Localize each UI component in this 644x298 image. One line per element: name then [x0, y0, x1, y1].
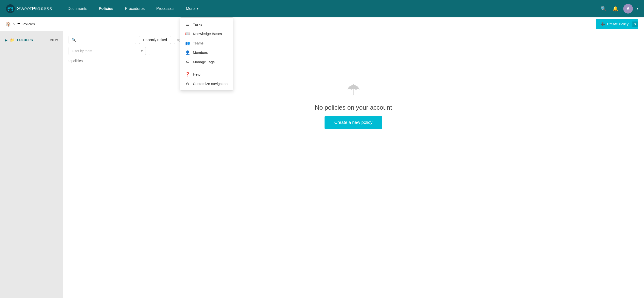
view-label[interactable]: VIEW [50, 38, 58, 42]
main-layout: ▶ 📁 FOLDERS VIEW 🔍 Recently Edited ag...… [0, 31, 644, 298]
logo[interactable]: SweetProcess [6, 4, 54, 13]
content-area: 🔍 Recently Edited ag... ▾ Filter by team… [63, 31, 644, 298]
nav-right: 🔍 🔔 A ▾ [600, 4, 638, 14]
logo-icon [6, 4, 15, 13]
folder-icon: 📁 [10, 38, 15, 42]
team-filter-dropdown[interactable]: Filter by team... ▾ [68, 47, 146, 55]
notifications-icon[interactable]: 🔔 [612, 5, 619, 12]
search-box[interactable]: 🔍 [68, 36, 136, 44]
breadcrumb: 🏠 > ☂ Policies [6, 22, 35, 27]
logo-text: SweetProcess [17, 6, 52, 12]
search-input-icon: 🔍 [72, 38, 76, 42]
sidebar: ▶ 📁 FOLDERS VIEW [0, 31, 63, 298]
teams-icon: 👥 [185, 41, 190, 46]
search-icon[interactable]: 🔍 [600, 5, 608, 12]
avatar[interactable]: A [623, 4, 633, 14]
search-input[interactable] [76, 38, 133, 42]
nav-item-processes[interactable]: Processes [150, 0, 180, 18]
team-filter-placeholder: Filter by team... [72, 49, 95, 53]
book-icon: 📖 [185, 32, 190, 36]
dropdown-item-help[interactable]: ❓ Help [180, 70, 233, 79]
more-caret-icon: ▼ [196, 7, 199, 10]
sidebar-folders-item[interactable]: ▶ 📁 FOLDERS VIEW [0, 35, 63, 45]
nav-items: Documents Policies Procedures Processes … [62, 0, 600, 18]
folder-toggle-icon: ▶ [5, 38, 8, 42]
search-filter-bar: 🔍 Recently Edited ag... ▾ [63, 31, 644, 47]
breadcrumb-bar: 🏠 > ☂ Policies ➕ Create Policy ▾ [0, 18, 644, 31]
svg-point-0 [6, 4, 15, 13]
breadcrumb-separator: > [13, 22, 15, 26]
policy-count: 0 policies [63, 58, 644, 67]
top-nav: SweetProcess Documents Policies Procedur… [0, 0, 644, 18]
dropdown-item-tasks[interactable]: ☰ Tasks [180, 20, 233, 29]
filter-row: Filter by team... ▾ ▾ [63, 47, 644, 58]
dropdown-item-teams[interactable]: 👥 Teams [180, 38, 233, 48]
nav-item-documents[interactable]: Documents [62, 0, 93, 18]
dropdown-item-manage-tags[interactable]: 🏷 Manage Tags [180, 57, 233, 66]
policy-breadcrumb-icon: ☂ [17, 22, 20, 26]
dropdown-item-customize-nav[interactable]: ⊘ Customize navigation [180, 79, 233, 88]
dropdown-item-knowledge-bases[interactable]: 📖 Knowledge Bases [180, 29, 233, 38]
more-dropdown: ☰ Tasks 📖 Knowledge Bases 👥 Teams 👤 Memb… [180, 18, 233, 90]
avatar-caret-icon[interactable]: ▾ [637, 7, 638, 10]
tasks-icon: ☰ [185, 22, 190, 26]
create-policy-plus-icon: ➕ [600, 22, 605, 26]
create-new-policy-button[interactable]: Create a new policy [324, 116, 382, 129]
home-link[interactable]: 🏠 [6, 22, 11, 27]
create-policy-button[interactable]: ➕ Create Policy ▾ [596, 19, 638, 29]
empty-state: ☂ No policies on your account Create a n… [63, 67, 644, 144]
nav-item-procedures[interactable]: Procedures [119, 0, 150, 18]
nav-item-more[interactable]: More ▼ ☰ Tasks 📖 Knowledge Bases 👥 Teams… [180, 0, 205, 18]
help-icon: ❓ [185, 72, 190, 76]
folders-label: FOLDERS [17, 38, 33, 42]
team-filter-caret-icon: ▾ [141, 49, 143, 53]
member-icon: 👤 [185, 50, 190, 55]
recently-edited-button[interactable]: Recently Edited [139, 36, 171, 44]
breadcrumb-page-label: Policies [22, 22, 35, 26]
empty-state-icon: ☂ [346, 81, 360, 99]
nav-item-policies[interactable]: Policies [93, 0, 119, 18]
create-policy-caret-icon[interactable]: ▾ [632, 22, 638, 27]
dropdown-divider [180, 68, 233, 68]
empty-state-title: No policies on your account [315, 104, 392, 111]
dropdown-item-members[interactable]: 👤 Members [180, 48, 233, 57]
customize-icon: ⊘ [185, 82, 190, 86]
tag-icon: 🏷 [185, 60, 190, 64]
